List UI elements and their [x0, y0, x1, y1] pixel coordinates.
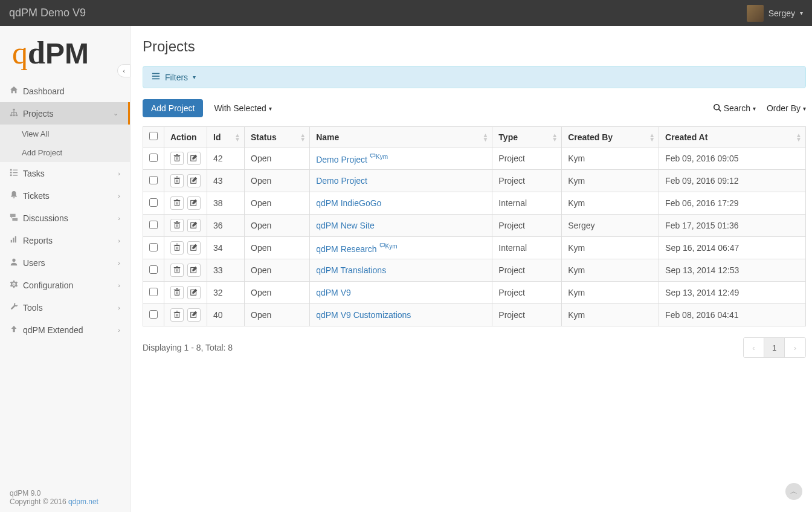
sidebar-item-configuration[interactable]: Configuration› [0, 274, 130, 296]
edit-button[interactable] [187, 264, 201, 277]
cell-created-at: Sep 13, 2014 12:49 [659, 282, 806, 304]
comment-badge[interactable]: Kym [370, 154, 388, 160]
chart-icon [10, 235, 23, 245]
project-link[interactable]: Demo Project [316, 154, 367, 164]
svg-rect-20 [152, 76, 160, 77]
chevron-left-icon: ‹ [123, 67, 125, 74]
app-title: qdPM Demo V9 [9, 7, 86, 19]
cell-created-at: Sep 13, 2014 12:53 [659, 259, 806, 282]
header-created-at[interactable]: Created At▲▼ [659, 127, 806, 147]
cell-name: qdPM New Site [310, 215, 492, 237]
row-checkbox[interactable] [149, 221, 158, 229]
row-checkbox[interactable] [149, 310, 158, 319]
row-checkbox[interactable] [149, 265, 158, 274]
header-type[interactable]: Type▲▼ [492, 127, 562, 147]
table-footer-info: Displaying 1 - 8, Total: 8 [143, 343, 233, 352]
page-prev-button[interactable]: ‹ [744, 338, 764, 357]
project-link[interactable]: qdPM V9 Customizations [316, 310, 411, 320]
sidebar-subitem-view-all[interactable]: View All [0, 125, 130, 143]
project-link[interactable]: Demo Project [316, 176, 367, 186]
row-checkbox[interactable] [149, 198, 158, 207]
project-link[interactable]: qdPM IndieGoGo [316, 198, 381, 208]
footer-link[interactable]: qdpm.net [68, 497, 98, 506]
delete-button[interactable] [170, 196, 184, 210]
page-next-button[interactable]: › [785, 338, 805, 357]
delete-button[interactable] [170, 308, 184, 322]
edit-button[interactable] [187, 174, 201, 187]
delete-button[interactable] [170, 219, 184, 232]
trash-icon [173, 198, 181, 209]
sidebar-item-users[interactable]: Users› [0, 251, 130, 274]
edit-button[interactable] [187, 152, 201, 165]
edit-button[interactable] [187, 308, 201, 322]
search-dropdown[interactable]: Search ▾ [713, 103, 756, 114]
header-created-by[interactable]: Created By▲▼ [562, 127, 659, 147]
delete-button[interactable] [170, 264, 184, 277]
cell-created-at: Feb 08, 2016 04:41 [659, 304, 806, 326]
row-checkbox[interactable] [149, 288, 158, 296]
delete-button[interactable] [170, 241, 184, 254]
sidebar-item-reports[interactable]: Reports› [0, 229, 130, 251]
table-row: 33OpenqdPM TranslationsProjectKymSep 13,… [143, 259, 806, 282]
order-by-dropdown[interactable]: Order By ▾ [767, 103, 806, 113]
row-checkbox[interactable] [149, 243, 158, 251]
svg-rect-17 [15, 236, 16, 243]
add-project-button[interactable]: Add Project [143, 99, 203, 117]
row-checkbox[interactable] [149, 176, 158, 184]
logo[interactable]: qdPM [0, 26, 130, 77]
cell-status: Open [245, 147, 310, 170]
with-selected-dropdown[interactable]: With Selected ▾ [214, 103, 271, 113]
svg-rect-19 [152, 73, 160, 74]
toolbar: Add Project With Selected ▾ Search ▾ Ord… [143, 99, 806, 117]
svg-line-23 [718, 109, 721, 111]
cell-name: qdPM V9 [310, 282, 492, 304]
project-link[interactable]: qdPM V9 [316, 288, 351, 297]
edit-button[interactable] [187, 219, 201, 232]
select-all-checkbox[interactable] [149, 132, 158, 140]
delete-button[interactable] [170, 174, 184, 187]
filters-toggle[interactable]: Filters ▾ [143, 66, 806, 88]
sort-icon: ▲▼ [300, 133, 306, 141]
edit-button[interactable] [187, 241, 201, 254]
sidebar-item-tools[interactable]: Tools› [0, 296, 130, 319]
sidebar-item-discussions[interactable]: Discussions› [0, 207, 130, 229]
svg-rect-21 [152, 79, 160, 80]
svg-rect-16 [13, 238, 14, 242]
sidebar-item-projects[interactable]: Projects⌄ [0, 102, 130, 125]
sort-icon: ▲▼ [649, 133, 655, 141]
topbar: qdPM Demo V9 Sergey ▾ [0, 0, 812, 26]
cell-type: Project [492, 215, 562, 237]
scroll-top-button[interactable]: ︿ [785, 483, 802, 500]
page-number-button[interactable]: 1 [764, 338, 785, 357]
trash-icon [173, 288, 181, 298]
sidebar-item-qdpm-extended[interactable]: qdPM Extended› [0, 319, 130, 341]
svg-rect-30 [175, 178, 179, 183]
header-status[interactable]: Status▲▼ [245, 127, 310, 147]
svg-rect-60 [175, 290, 179, 295]
delete-button[interactable] [170, 152, 184, 165]
sidebar-toggle[interactable]: ‹ [117, 64, 130, 77]
header-name[interactable]: Name▲▼ [310, 127, 492, 147]
header-id[interactable]: Id▲▼ [207, 127, 245, 147]
edit-button[interactable] [187, 286, 201, 299]
cell-type: Project [492, 282, 562, 304]
chevron-right-icon: › [118, 237, 120, 244]
row-checkbox[interactable] [149, 154, 158, 162]
search-icon [713, 103, 721, 114]
sidebar-item-tasks[interactable]: Tasks› [0, 162, 130, 184]
pagination: ‹ 1 › [743, 337, 806, 358]
cell-created-by: Kym [562, 259, 659, 282]
project-link[interactable]: qdPM New Site [316, 221, 374, 230]
delete-button[interactable] [170, 286, 184, 299]
edit-button[interactable] [187, 196, 201, 210]
user-menu[interactable]: Sergey ▾ [747, 5, 803, 22]
trash-icon [173, 221, 181, 231]
sidebar-item-tickets[interactable]: Tickets› [0, 184, 130, 207]
project-link[interactable]: qdPM Research [316, 244, 376, 253]
project-link[interactable]: qdPM Translations [316, 265, 386, 275]
sidebar-item-dashboard[interactable]: Dashboard [0, 80, 130, 102]
cell-id: 34 [207, 237, 245, 259]
chevron-right-icon: › [118, 304, 120, 311]
comment-badge[interactable]: Kym [379, 243, 398, 250]
sidebar-subitem-add-project[interactable]: Add Project [0, 143, 130, 162]
